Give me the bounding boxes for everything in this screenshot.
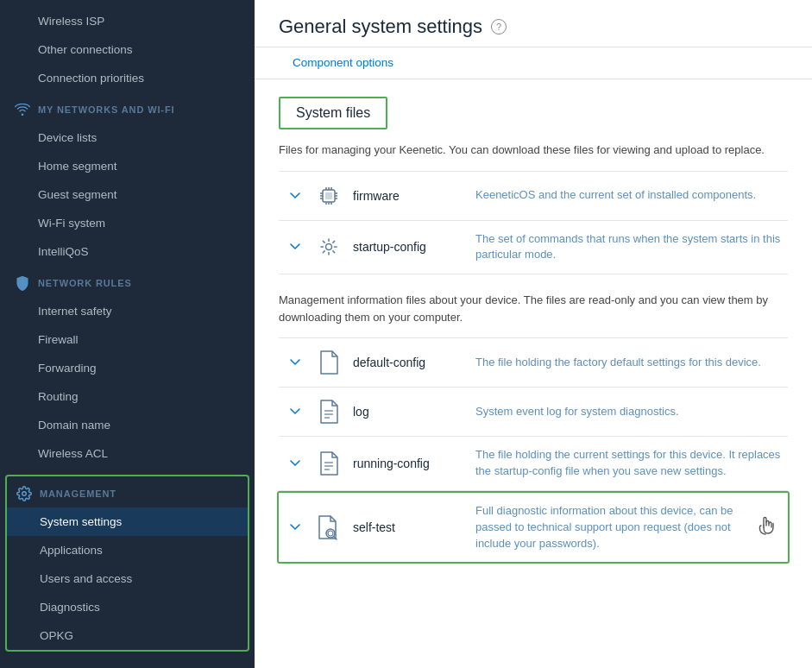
main-content: General system settings ? Component opti… [255, 0, 812, 668]
file-row-self-test: self-test Full diagnostic information ab… [277, 491, 790, 564]
sidebar-item-diagnostics[interactable]: Diagnostics [7, 593, 248, 621]
file-row-firmware: firmware KeeneticOS and the current set … [279, 172, 788, 221]
sidebar-item-wireless-isp[interactable]: Wireless ISP [0, 7, 255, 35]
sidebar-item-system-settings[interactable]: System settings [7, 507, 248, 536]
sidebar-item-opkg[interactable]: OPKG [7, 621, 248, 650]
help-icon[interactable]: ? [491, 19, 507, 35]
sidebar-item-users-and-access[interactable]: Users and access [7, 564, 248, 593]
file-row-log: log System event log for system diagnost… [279, 388, 788, 437]
sidebar-section-network-rules: NETWORK RULES [0, 266, 255, 297]
startup-config-name: startup-config [353, 240, 465, 254]
chevron-startup-config[interactable] [286, 237, 305, 256]
wifi-icon [14, 101, 31, 118]
log-desc: System event log for system diagnostics. [475, 404, 781, 420]
sidebar-item-guest-segment[interactable]: Guest segment [0, 180, 255, 209]
startup-config-desc: The set of commands that runs when the s… [475, 231, 781, 264]
svg-point-15 [326, 244, 332, 250]
firmware-icon [315, 182, 343, 210]
running-config-name: running-config [353, 457, 465, 470]
sidebar-item-wifi-system[interactable]: Wi-Fi system [0, 209, 255, 237]
sidebar-item-other-connections[interactable]: Other connections [0, 35, 255, 64]
desc1: Files for managing your Keenetic. You ca… [279, 142, 788, 159]
log-name: log [353, 405, 465, 419]
sidebar-item-device-lists[interactable]: Device lists [0, 123, 255, 152]
chevron-default-config[interactable] [286, 353, 305, 372]
chevron-log[interactable] [286, 402, 305, 421]
file-list-group2: default-config The file holding the fact… [279, 337, 788, 564]
running-config-desc: The file holding the current settings fo… [475, 447, 781, 480]
firmware-name: firmware [353, 189, 465, 203]
file-row-startup-config: startup-config The set of commands that … [279, 221, 788, 275]
sidebar-item-routing[interactable]: Routing [0, 382, 255, 411]
page-title: General system settings [279, 16, 482, 38]
file-row-default-config: default-config The file holding the fact… [279, 338, 788, 388]
sidebar-item-connection-priorities[interactable]: Connection priorities [0, 64, 255, 92]
sidebar-item-firewall[interactable]: Firewall [0, 325, 255, 354]
self-test-icon [315, 514, 343, 541]
default-config-desc: The file holding the factory default set… [475, 355, 781, 371]
cursor-hand-icon[interactable] [757, 515, 781, 540]
sidebar-item-internet-safety[interactable]: Internet safety [0, 297, 255, 325]
gear-icon [16, 485, 33, 502]
shield-icon [14, 274, 31, 292]
chevron-firmware[interactable] [286, 186, 305, 205]
system-files-tab-label: System files [279, 97, 387, 129]
startup-config-icon [315, 233, 343, 261]
tabs-bar: Component options [255, 47, 812, 79]
desc2: Management information files about your … [279, 292, 788, 325]
default-config-icon [315, 349, 343, 376]
sidebar-section-my-networks: MY NETWORKS AND WI-FI [0, 92, 255, 123]
sidebar: Wireless ISP Other connections Connectio… [0, 0, 255, 668]
file-list-group1: firmware KeeneticOS and the current set … [279, 171, 788, 275]
log-icon [315, 398, 343, 425]
page-header: General system settings ? [255, 0, 812, 47]
sidebar-item-domain-name[interactable]: Domain name [0, 411, 255, 439]
self-test-name: self-test [353, 520, 465, 534]
sidebar-item-wireless-acl[interactable]: Wireless ACL [0, 439, 255, 468]
sidebar-item-applications[interactable]: Applications [7, 536, 248, 564]
chevron-running-config[interactable] [286, 454, 305, 473]
file-row-running-config: running-config The file holding the curr… [279, 437, 788, 491]
running-config-icon [315, 450, 343, 477]
sidebar-section-management: MANAGEMENT [7, 476, 248, 507]
content-area: System files Files for managing your Kee… [255, 79, 812, 668]
chevron-self-test[interactable] [286, 518, 305, 537]
sidebar-item-home-segment[interactable]: Home segment [0, 152, 255, 180]
tab-component-options[interactable]: Component options [279, 47, 407, 79]
default-config-name: default-config [353, 356, 465, 369]
svg-rect-2 [325, 192, 332, 199]
sidebar-item-forwarding[interactable]: Forwarding [0, 354, 255, 382]
sidebar-item-intelliqos[interactable]: IntelliQoS [0, 237, 255, 266]
self-test-desc: Full diagnostic information about this d… [475, 503, 740, 552]
firmware-desc: KeeneticOS and the current set of instal… [475, 187, 781, 204]
svg-point-0 [22, 492, 27, 496]
